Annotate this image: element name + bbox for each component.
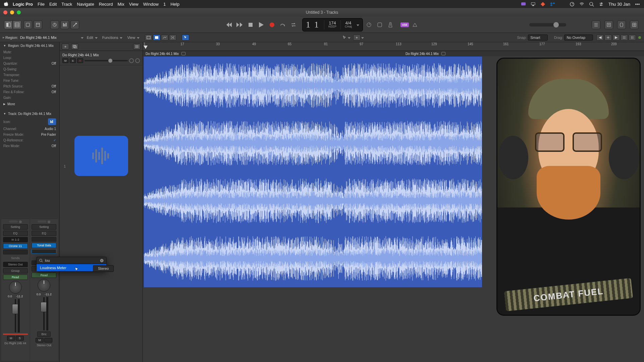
setting-button[interactable]: Setting — [32, 224, 56, 230]
menu-1[interactable]: 1 — [163, 2, 166, 7]
mixer-toggle[interactable] — [60, 20, 69, 29]
lcd-beat[interactable]: 1 — [314, 23, 320, 26]
control-center-icon[interactable] — [599, 2, 604, 7]
library-toggle[interactable] — [4, 20, 13, 29]
selection-tool[interactable] — [182, 35, 189, 41]
ruler-tick[interactable]: 209 — [611, 42, 617, 46]
flex-button[interactable] — [169, 35, 176, 41]
toolbar-toggle[interactable] — [34, 20, 42, 29]
media-browser-button[interactable] — [630, 20, 639, 29]
automation-button[interactable] — [161, 35, 168, 41]
region-inspector-header[interactable]: ▼Region: Do Right 24b 44.1 Mix — [0, 42, 59, 49]
play-button[interactable] — [257, 20, 266, 29]
list-editors-button[interactable] — [592, 20, 600, 29]
metronome-button[interactable] — [386, 20, 395, 29]
playhead-icon[interactable] — [144, 46, 148, 49]
lcd-display[interactable]: 1 1 174KEEP 4/4Cmaj — [302, 18, 363, 32]
snap-dropdown[interactable]: Smart — [528, 35, 548, 41]
screenshare-icon[interactable] — [521, 2, 526, 7]
add-track-button[interactable]: + — [62, 44, 69, 50]
ruler-tick[interactable]: 1 — [144, 42, 146, 46]
moon-icon[interactable] — [560, 2, 565, 7]
bar-ruler[interactable]: 1173349658197113129145161177193209 — [143, 42, 644, 51]
count-in-button[interactable] — [375, 20, 384, 29]
master-mute[interactable] — [410, 20, 420, 29]
wifi-icon[interactable] — [579, 2, 584, 7]
track-nav-chevron[interactable] — [80, 36, 84, 40]
close-button[interactable] — [3, 10, 7, 14]
output-slot[interactable]: Stereo Out — [3, 262, 28, 267]
tuner-button[interactable] — [364, 20, 374, 29]
eq-button[interactable]: EQ — [32, 231, 56, 236]
quick-help-toggle[interactable] — [23, 20, 32, 29]
link-button[interactable] — [145, 35, 152, 41]
loop-indicator-icon[interactable] — [181, 52, 185, 55]
stereo-mode[interactable] — [19, 221, 22, 223]
maximize-button[interactable] — [17, 10, 21, 14]
lcd-timesig[interactable]: 4/4 — [345, 21, 351, 25]
group-slot[interactable]: Group — [3, 268, 28, 274]
cycle-button[interactable] — [278, 20, 287, 29]
track-solo[interactable]: S — [70, 58, 76, 63]
view-menu[interactable]: View — [127, 36, 140, 40]
pan-knob[interactable] — [9, 281, 22, 294]
notepad-button[interactable] — [604, 20, 613, 29]
lcd-tempo[interactable]: 174 — [329, 21, 336, 25]
input-monitor[interactable] — [129, 58, 134, 63]
track-record[interactable]: R — [77, 58, 83, 63]
lcd-bar[interactable]: 1 — [306, 23, 312, 26]
plugin-slot-2[interactable] — [3, 250, 28, 254]
menubar-clock[interactable]: Thu 30 Jan — [608, 2, 630, 7]
gauge-icon[interactable] — [570, 2, 575, 7]
ruler-tick[interactable]: 81 — [324, 42, 328, 46]
edit-menu[interactable]: Edit — [87, 36, 98, 40]
menu-record[interactable]: Record — [99, 2, 113, 7]
track-icon-picker[interactable] — [48, 118, 56, 125]
strip-name[interactable]: Do Right 24b 44 — [4, 342, 26, 345]
automation-mode[interactable]: Read — [32, 273, 56, 278]
plugin-slot-1[interactable]: Ozone 11 — [3, 243, 28, 249]
horizontal-auto-zoom[interactable] — [629, 35, 636, 41]
ruler-tick[interactable]: 113 — [396, 42, 401, 46]
audio-region[interactable] — [144, 56, 482, 288]
vertical-auto-zoom[interactable] — [621, 35, 628, 41]
track-inspector-header[interactable]: ▼Track: Do Right 24b 44.1 Mix — [0, 110, 59, 117]
ruler-tick[interactable]: 193 — [576, 42, 581, 46]
solo-button[interactable]: S — [16, 336, 24, 341]
ruler-tick[interactable]: 129 — [431, 42, 437, 46]
record-button[interactable] — [267, 20, 277, 29]
loop-browser-button[interactable] — [617, 20, 626, 29]
nudge-right[interactable]: ▶ — [612, 35, 620, 41]
clear-search-icon[interactable] — [100, 259, 104, 262]
track-volume-slider[interactable] — [85, 60, 128, 61]
eq-button[interactable]: EQ — [3, 231, 28, 236]
plugin-slot-1[interactable]: Tonal Bala — [32, 243, 56, 248]
catch-button[interactable] — [153, 35, 160, 41]
setting-button[interactable]: Setting — [3, 224, 28, 230]
version-badge[interactable]: v34 — [400, 22, 409, 27]
master-volume-slider[interactable] — [529, 23, 566, 26]
region-name-display[interactable]: Do Right 24b 44.1 Mix — [20, 36, 57, 40]
clock-dots-icon[interactable] — [635, 2, 640, 7]
ruler-tick[interactable]: 145 — [468, 42, 473, 46]
record-enable[interactable] — [135, 58, 140, 63]
ruler-tick[interactable]: 33 — [216, 42, 220, 46]
inspector-toggle[interactable] — [13, 20, 21, 29]
pointer-tool-icon[interactable] — [342, 36, 347, 40]
input-slot[interactable]: In 1-2 — [3, 237, 28, 242]
plugin-slot-2[interactable] — [32, 249, 56, 254]
solo-button[interactable] — [44, 338, 52, 343]
volume-fader[interactable] — [10, 299, 20, 333]
volume-fader[interactable] — [39, 297, 49, 330]
menu-track[interactable]: Track — [61, 2, 72, 7]
stop-button[interactable] — [246, 20, 255, 29]
drag-dropdown[interactable]: No Overlap — [564, 35, 593, 41]
menu-view[interactable]: View — [129, 2, 139, 7]
mute-button[interactable]: M — [7, 336, 15, 341]
editors-toggle[interactable] — [70, 20, 79, 29]
menu-edit[interactable]: Edit — [49, 2, 57, 7]
plugin-search-input[interactable] — [45, 258, 98, 262]
nudge-left[interactable]: ◀ — [596, 35, 604, 41]
menu-navigate[interactable]: Navigate — [77, 2, 94, 7]
ruler-tick[interactable]: 161 — [503, 42, 509, 46]
